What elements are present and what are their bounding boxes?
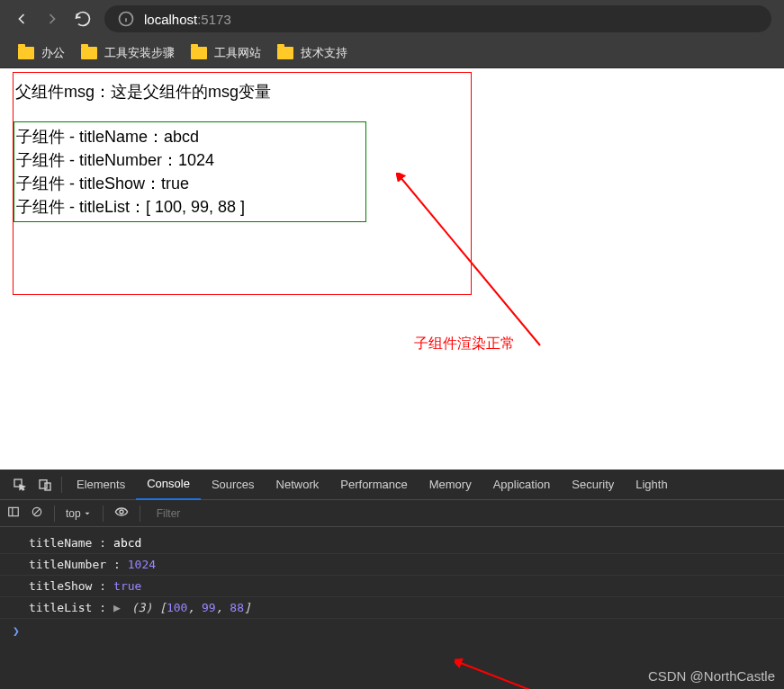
clear-console-icon[interactable] xyxy=(31,506,43,521)
url-host: localhost xyxy=(144,12,197,27)
log-value: abcd xyxy=(113,536,141,550)
console-row: titleNumber : 1024 xyxy=(0,554,784,576)
tab-console[interactable]: Console xyxy=(136,470,201,500)
tab-performance[interactable]: Performance xyxy=(329,470,418,500)
log-punct: [ xyxy=(159,601,167,614)
bookmark-label: 工具网站 xyxy=(214,45,261,61)
browser-toolbar: localhost:5173 xyxy=(0,0,784,38)
log-value: 100 xyxy=(167,601,187,614)
tab-elements[interactable]: Elements xyxy=(66,470,136,500)
svg-line-10 xyxy=(34,509,40,515)
child-line: 子组件 - titleNumber：1024 xyxy=(16,148,365,172)
page-viewport: 父组件msg：这是父组件的msg变量 子组件 - titleName：abcd … xyxy=(0,68,784,470)
bookmark-label: 技术支持 xyxy=(301,45,347,61)
bookmark-item[interactable]: 工具网站 xyxy=(191,45,261,61)
parent-msg: 父组件msg：这是父组件的msg变量 xyxy=(14,80,471,103)
tab-memory[interactable]: Memory xyxy=(419,470,482,500)
bookmark-item[interactable]: 技术支持 xyxy=(277,45,347,61)
console-row: titleList : ▶ (3) [100, 99, 88] xyxy=(0,597,784,619)
child-line: 子组件 - titleShow：true xyxy=(16,172,365,195)
tab-application[interactable]: Application xyxy=(482,470,562,500)
console-output: titleName : abcd titleNumber : 1024 titl… xyxy=(0,527,784,638)
log-value: 99 xyxy=(202,601,216,614)
reload-button[interactable] xyxy=(74,10,92,28)
live-expression-icon[interactable] xyxy=(114,505,129,522)
site-info-icon[interactable] xyxy=(117,10,135,28)
bookmark-item[interactable]: 办公 xyxy=(18,45,65,61)
svg-rect-6 xyxy=(45,483,50,490)
context-selector[interactable]: top xyxy=(66,507,92,520)
bookmark-item[interactable]: 工具安装步骤 xyxy=(81,45,175,61)
url-port: :5173 xyxy=(197,12,231,27)
svg-rect-7 xyxy=(9,507,19,515)
forward-button[interactable] xyxy=(43,10,61,28)
device-toggle-icon[interactable] xyxy=(32,478,58,492)
devtools-panel: Elements Console Sources Network Perform… xyxy=(0,470,784,689)
folder-icon xyxy=(18,47,34,59)
inspect-icon[interactable] xyxy=(7,478,32,492)
console-prompt[interactable]: ❯ xyxy=(0,619,784,638)
log-array-len: (3) xyxy=(131,601,152,614)
devtools-tabs: Elements Console Sources Network Perform… xyxy=(0,470,784,500)
log-key: titleList : xyxy=(29,601,106,614)
child-line: 子组件 - titleList：[ 100, 99, 88 ] xyxy=(16,195,365,219)
svg-point-11 xyxy=(120,510,123,514)
console-row: titleName : abcd xyxy=(0,532,784,554)
log-punct: ] xyxy=(244,601,251,614)
folder-icon xyxy=(277,47,293,59)
child-line: 子组件 - titleName：abcd xyxy=(16,125,365,148)
console-filter-input[interactable] xyxy=(151,504,777,523)
log-value: 1024 xyxy=(128,558,156,571)
folder-icon xyxy=(191,47,207,59)
log-value: true xyxy=(113,579,141,593)
tab-lighthouse[interactable]: Lighth xyxy=(625,470,678,500)
log-punct: , xyxy=(216,601,230,614)
folder-icon xyxy=(81,47,97,59)
tab-network[interactable]: Network xyxy=(266,470,330,500)
annotation-label: 子组件渲染正常 xyxy=(414,335,515,353)
child-component-box: 子组件 - titleName：abcd 子组件 - titleNumber：1… xyxy=(14,121,366,222)
log-key: titleName : xyxy=(29,536,106,550)
bookmark-label: 办公 xyxy=(41,45,65,61)
console-row: titleShow : true xyxy=(0,576,784,597)
console-toolbar: top xyxy=(0,500,784,527)
sidebar-toggle-icon[interactable] xyxy=(7,506,20,521)
log-punct: , xyxy=(187,601,202,614)
context-label: top xyxy=(66,507,81,520)
expand-caret-icon[interactable]: ▶ xyxy=(113,601,121,614)
tab-sources[interactable]: Sources xyxy=(201,470,266,500)
log-value: 88 xyxy=(230,601,244,614)
bookmark-label: 工具安装步骤 xyxy=(104,45,175,61)
svg-rect-5 xyxy=(40,479,47,488)
bookmarks-bar: 办公 工具安装步骤 工具网站 技术支持 xyxy=(0,38,784,68)
annotation-arrow-icon xyxy=(455,658,653,689)
svg-line-12 xyxy=(458,662,644,689)
address-bar[interactable]: localhost:5173 xyxy=(104,5,771,32)
log-key: titleShow : xyxy=(29,579,106,593)
parent-component-box: 父组件msg：这是父组件的msg变量 子组件 - titleName：abcd … xyxy=(13,72,472,295)
tab-security[interactable]: Security xyxy=(561,470,625,500)
log-key: titleNumber : xyxy=(29,558,121,571)
back-button[interactable] xyxy=(13,10,31,28)
